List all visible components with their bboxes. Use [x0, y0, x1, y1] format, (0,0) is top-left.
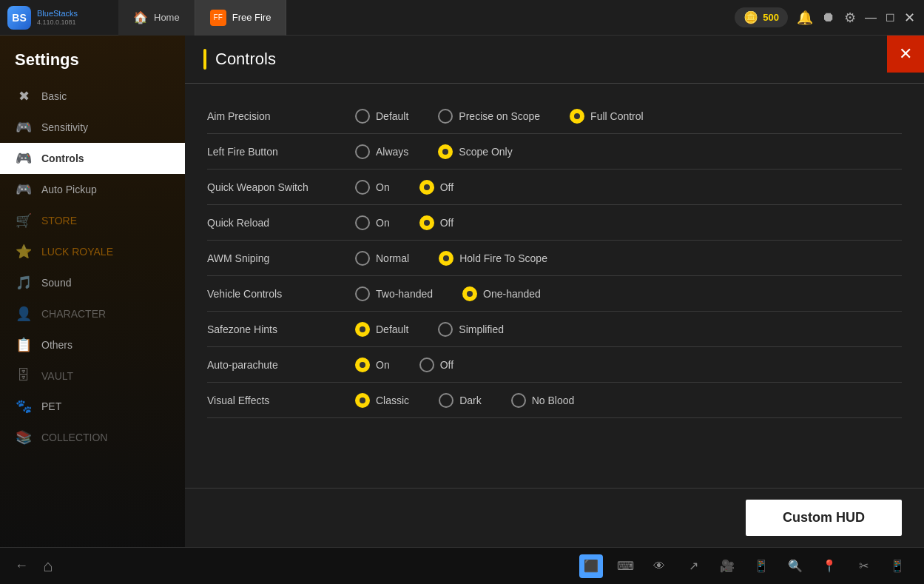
- qw-on-radio[interactable]: [355, 180, 370, 195]
- vc-two-handed-radio[interactable]: [355, 286, 370, 301]
- fire-always-radio[interactable]: [355, 144, 370, 159]
- sidebar-item-others[interactable]: 📋 Others: [0, 329, 185, 360]
- app-name: BlueStacks: [37, 9, 78, 19]
- cursor-icon[interactable]: ↗: [681, 554, 705, 578]
- aim-precision-label: Aim Precision: [207, 110, 355, 122]
- vc-two-handed-option[interactable]: Two-handed: [355, 286, 433, 301]
- home-tab[interactable]: 🏠 Home: [118, 0, 195, 36]
- sidebar-item-sound[interactable]: 🎵 Sound: [0, 267, 185, 298]
- qr-on-radio[interactable]: [355, 215, 370, 230]
- app-info: BlueStacks 4.110.0.1081: [37, 9, 78, 26]
- coin-badge: 🪙 500: [735, 7, 788, 27]
- eye-icon[interactable]: 👁: [647, 554, 671, 578]
- sz-simplified-radio[interactable]: [438, 322, 453, 337]
- vehicle-controls-row: Vehicle Controls Two-handed One-handed: [207, 276, 902, 312]
- auto-parachute-row: Auto-parachute On Off: [207, 347, 902, 383]
- zoom-icon[interactable]: 🔍: [783, 554, 807, 578]
- aim-precise-radio[interactable]: [438, 109, 453, 124]
- awm-holdfire-option[interactable]: Hold Fire To Scope: [439, 251, 547, 266]
- sidebar-item-controls[interactable]: 🎮 Controls: [0, 143, 185, 174]
- qw-on-option[interactable]: On: [355, 180, 390, 195]
- collection-label: COLLECTION: [41, 432, 107, 443]
- aim-default-option[interactable]: Default: [355, 109, 408, 124]
- sz-default-radio[interactable]: [355, 322, 370, 337]
- awm-holdfire-radio[interactable]: [439, 251, 453, 266]
- sidebar-item-store[interactable]: 🛒 STORE: [0, 205, 185, 236]
- sidebar-item-basic[interactable]: ✖ Basic: [0, 81, 185, 112]
- ve-noblood-radio[interactable]: [511, 393, 526, 408]
- qr-on-option[interactable]: On: [355, 215, 390, 230]
- sidebar-item-luck-royale[interactable]: ⭐ LUCK ROYALE: [0, 236, 185, 267]
- others-label: Others: [41, 339, 72, 351]
- record-icon[interactable]: ⏺: [822, 10, 835, 25]
- qr-off-option[interactable]: Off: [419, 215, 453, 230]
- keyboard-icon[interactable]: ⬛: [579, 554, 603, 578]
- qw-off-radio[interactable]: [419, 180, 434, 195]
- close-button[interactable]: ✕: [904, 10, 915, 26]
- home-button[interactable]: ⌂: [43, 557, 53, 576]
- qr-off-radio[interactable]: [419, 215, 434, 230]
- sidebar-item-auto-pickup[interactable]: 🎮 Auto Pickup: [0, 174, 185, 205]
- maximize-button[interactable]: ☐: [886, 12, 895, 24]
- aim-fullcontrol-text: Full Control: [590, 110, 644, 122]
- sidebar-item-vault[interactable]: 🗄 VAULT: [0, 360, 185, 391]
- controls-grid: Aim Precision Default Precise on Scope: [185, 84, 924, 488]
- character-icon: 👤: [15, 306, 33, 322]
- back-button[interactable]: ←: [15, 558, 28, 574]
- vc-one-handed-radio[interactable]: [462, 286, 477, 301]
- vault-icon: 🗄: [15, 368, 33, 383]
- sz-simplified-text: Simplified: [459, 323, 504, 335]
- fire-always-option[interactable]: Always: [355, 144, 408, 159]
- fire-scope-option[interactable]: Scope Only: [438, 144, 512, 159]
- minimize-button[interactable]: —: [865, 11, 877, 24]
- ap-off-option[interactable]: Off: [419, 358, 453, 372]
- collection-icon: 📚: [15, 429, 33, 446]
- sidebar-item-collection[interactable]: 📚 COLLECTION: [0, 422, 185, 453]
- aim-fullcontrol-option[interactable]: Full Control: [570, 109, 644, 124]
- aim-precision-options: Default Precise on Scope Full Control: [355, 109, 902, 124]
- ve-noblood-text: No Blood: [532, 395, 575, 406]
- ve-classic-option[interactable]: Classic: [355, 393, 409, 408]
- notification-icon[interactable]: 🔔: [797, 10, 813, 26]
- phone-icon[interactable]: 📱: [749, 554, 773, 578]
- ve-dark-option[interactable]: Dark: [439, 393, 482, 408]
- keyboard-layout-icon[interactable]: ⌨: [613, 554, 637, 578]
- sidebar-item-sensitivity[interactable]: 🎮 Sensitivity: [0, 112, 185, 143]
- aim-default-radio[interactable]: [355, 109, 370, 124]
- sidebar-item-character[interactable]: 👤 CHARACTER: [0, 298, 185, 329]
- game-tab[interactable]: FF Free Fire: [195, 0, 287, 36]
- mobile-icon[interactable]: 📱: [886, 554, 909, 578]
- sz-default-option[interactable]: Default: [355, 322, 408, 337]
- panel-close-button[interactable]: ✕: [887, 36, 924, 73]
- settings-icon[interactable]: ⚙: [844, 10, 856, 26]
- camera-icon[interactable]: 🎥: [715, 554, 739, 578]
- awm-normal-radio[interactable]: [355, 251, 370, 266]
- coin-count: 500: [763, 12, 779, 23]
- ap-on-option[interactable]: On: [355, 358, 390, 372]
- awm-sniping-row: AWM Sniping Normal Hold Fire To Scope: [207, 241, 902, 276]
- controls-label: Controls: [41, 152, 84, 164]
- aim-fullcontrol-radio[interactable]: [570, 109, 584, 124]
- game-icon: FF: [210, 10, 226, 26]
- fire-scope-radio[interactable]: [438, 144, 453, 159]
- awm-sniping-label: AWM Sniping: [207, 252, 355, 264]
- sidebar-item-pet[interactable]: 🐾 PET: [0, 391, 185, 422]
- scissors-icon[interactable]: ✂: [852, 554, 875, 578]
- qw-off-option[interactable]: Off: [419, 180, 453, 195]
- quick-weapon-label: Quick Weapon Switch: [207, 181, 355, 193]
- awm-normal-option[interactable]: Normal: [355, 251, 409, 266]
- ap-on-radio[interactable]: [355, 358, 370, 372]
- quick-reload-label: Quick Reload: [207, 217, 355, 229]
- ve-noblood-option[interactable]: No Blood: [511, 393, 575, 408]
- custom-hud-button[interactable]: Custom HUD: [746, 500, 902, 536]
- sz-simplified-option[interactable]: Simplified: [438, 322, 504, 337]
- vc-one-handed-option[interactable]: One-handed: [462, 286, 541, 301]
- ap-off-radio[interactable]: [419, 358, 434, 372]
- aim-precise-option[interactable]: Precise on Scope: [438, 109, 540, 124]
- ve-dark-radio[interactable]: [439, 393, 453, 408]
- location-icon[interactable]: 📍: [817, 554, 841, 578]
- left-fire-label: Left Fire Button: [207, 146, 355, 158]
- aim-precise-text: Precise on Scope: [459, 110, 540, 122]
- ve-classic-radio[interactable]: [355, 393, 370, 408]
- store-label: STORE: [41, 215, 77, 226]
